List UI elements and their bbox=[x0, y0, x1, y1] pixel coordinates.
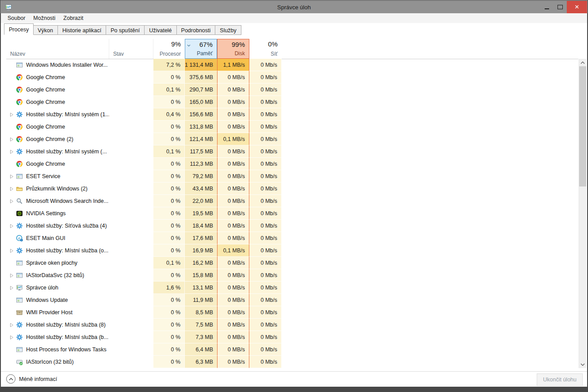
maximize-button[interactable] bbox=[554, 1, 567, 13]
tab-po-spusteni[interactable]: Po spuštění bbox=[106, 25, 145, 35]
process-row[interactable]: Host Process for Windows Tasks0 %6,4 MB0… bbox=[6, 343, 578, 356]
vertical-scrollbar[interactable] bbox=[579, 59, 586, 368]
tab-historie-aplikaci[interactable]: Historie aplikací bbox=[58, 25, 106, 35]
net-value-cell: 0 Mb/s bbox=[249, 356, 282, 368]
process-name: Hostitel služby: Místní služba (8) bbox=[26, 322, 106, 328]
process-name-cell: Google Chrome bbox=[6, 121, 109, 133]
process-row[interactable]: Hostitel služby: Místní systém (1...0,4 … bbox=[6, 108, 578, 121]
process-row[interactable]: Google Chrome0 %165,0 MB0 MB/s0 Mb/s bbox=[6, 96, 578, 108]
process-name: WMI Provider Host bbox=[26, 309, 73, 316]
row-filler bbox=[282, 220, 578, 232]
row-filler bbox=[282, 170, 578, 183]
expand-arrow-icon[interactable] bbox=[10, 249, 16, 253]
table-header: Název Stav 9% Procesor 67% Paměť 99% Dis… bbox=[6, 39, 578, 59]
process-row[interactable]: Google Chrome0 %112,3 MB0 MB/s0 Mb/s bbox=[6, 158, 578, 170]
maximize-icon bbox=[557, 5, 563, 9]
menubar: SouborMožnostiZobrazit bbox=[1, 13, 587, 23]
expand-arrow-icon[interactable] bbox=[10, 335, 16, 339]
process-row[interactable]: eiESET Main GUI0 %17,6 MB0 MB/s0 Mb/s bbox=[6, 232, 578, 244]
process-row[interactable]: IAStorIcon (32 bitů)0 %6,3 MB0 MB/s0 Mb/… bbox=[6, 356, 578, 368]
process-row[interactable]: IAStorDataSvc (32 bitů)0 %15,8 MB0 MB/s0… bbox=[6, 269, 578, 282]
row-filler bbox=[282, 195, 578, 207]
process-row[interactable]: ESET Service0 %79,2 MB0 MB/s0 Mb/s bbox=[6, 170, 578, 183]
chrome-icon bbox=[16, 86, 23, 93]
search-icon bbox=[16, 198, 23, 205]
expand-arrow-icon[interactable] bbox=[10, 286, 16, 290]
end-task-button[interactable]: Ukončit úlohu bbox=[537, 373, 583, 386]
disk-value-cell: 0 MB/s bbox=[217, 232, 249, 244]
process-row[interactable]: Hostitel služby: Místní služba (o...0 %1… bbox=[6, 244, 578, 257]
process-row[interactable]: NVIDIA Settings0 %19,5 MB0 MB/s0 Mb/s bbox=[6, 207, 578, 220]
process-row[interactable]: Google Chrome0 %375,6 MB0 MB/s0 Mb/s bbox=[6, 71, 578, 84]
column-header-memory[interactable]: 67% Paměť bbox=[185, 39, 217, 59]
disk-total-percent: 99% bbox=[232, 41, 245, 48]
chrome-icon bbox=[16, 123, 23, 130]
expand-arrow-icon[interactable] bbox=[10, 113, 16, 117]
disk-value-cell: 0 MB/s bbox=[217, 71, 249, 84]
scrollbar-thumb[interactable] bbox=[579, 66, 586, 186]
process-row[interactable]: Hostitel služby: Síťová služba (4)0 %18,… bbox=[6, 220, 578, 232]
status-cell bbox=[109, 220, 153, 232]
titlebar[interactable]: Správce úloh × bbox=[0, 0, 588, 13]
net-value-cell: 0 Mb/s bbox=[249, 331, 282, 343]
column-header-network[interactable]: 0% Síť bbox=[249, 39, 282, 59]
process-row[interactable]: Správce úloh1,6 %13,1 MB0 MB/s0 Mb/s bbox=[6, 282, 578, 294]
disk-value-cell: 0 MB/s bbox=[217, 108, 249, 121]
tab-sluzby[interactable]: Služby bbox=[215, 25, 241, 35]
process-row[interactable]: Windows Modules Installer Wor...7,2 %1 1… bbox=[6, 59, 578, 71]
cpu-total-percent: 9% bbox=[171, 40, 181, 48]
expand-arrow-icon[interactable] bbox=[10, 323, 16, 327]
process-row[interactable]: WMI Provider Host0 %8,5 MB0 MB/s0 Mb/s bbox=[6, 306, 578, 319]
close-button[interactable]: × bbox=[567, 1, 587, 13]
process-name: Hostitel služby: Místní systém (... bbox=[26, 148, 107, 155]
disk-value-cell: 0 MB/s bbox=[217, 257, 249, 269]
menu-item[interactable]: Zobrazit bbox=[59, 14, 87, 23]
expand-arrow-icon[interactable] bbox=[10, 175, 16, 179]
process-row[interactable]: Windows Update0 %11,9 MB0 MB/s0 Mb/s bbox=[6, 294, 578, 306]
menu-item[interactable]: Možnosti bbox=[29, 14, 59, 23]
net-value-cell: 0 Mb/s bbox=[249, 183, 282, 195]
process-name-cell: Google Chrome bbox=[6, 71, 109, 84]
process-row[interactable]: Hostitel služby: Místní služba (8)0 %7,5… bbox=[6, 319, 578, 331]
cpu-value-cell: 0 % bbox=[153, 170, 185, 183]
process-name: Hostitel služby: Síťová služba (4) bbox=[26, 223, 107, 229]
process-row[interactable]: Google Chrome0 %131,8 MB0 MB/s0 Mb/s bbox=[6, 121, 578, 133]
expand-arrow-icon[interactable] bbox=[10, 199, 16, 203]
tab-vykon[interactable]: Výkon bbox=[33, 25, 58, 35]
scroll-down-button[interactable] bbox=[579, 361, 586, 368]
status-cell bbox=[109, 294, 153, 306]
process-name: Google Chrome bbox=[26, 99, 65, 105]
expand-arrow-icon[interactable] bbox=[10, 150, 16, 154]
tab-uzivatele[interactable]: Uživatelé bbox=[145, 25, 176, 35]
window-app-icon bbox=[16, 61, 23, 69]
row-filler bbox=[282, 331, 578, 343]
process-name-cell: IAStorIcon (32 bitů) bbox=[6, 356, 109, 368]
process-row[interactable]: Microsoft Windows Search Inde...0 %22,0 … bbox=[6, 195, 578, 207]
less-details-button[interactable]: Méně informací bbox=[6, 374, 57, 384]
expand-arrow-icon[interactable] bbox=[10, 224, 16, 228]
process-row[interactable]: Google Chrome (2)0 %121,4 MB0,1 MB/s0 Mb… bbox=[6, 133, 578, 145]
column-header-name[interactable]: Název bbox=[6, 39, 109, 59]
process-row[interactable]: Hostitel služby: Místní služba (b...0 %7… bbox=[6, 331, 578, 343]
row-filler bbox=[282, 343, 578, 356]
process-name: NVIDIA Settings bbox=[26, 210, 66, 217]
mem-value-cell: 15,8 MB bbox=[185, 269, 217, 282]
column-header-disk[interactable]: 99% Disk bbox=[217, 39, 249, 59]
expand-arrow-icon[interactable] bbox=[10, 187, 16, 191]
scroll-up-button[interactable] bbox=[579, 59, 586, 66]
menu-item[interactable]: Soubor bbox=[4, 14, 29, 23]
tab-podrobnosti[interactable]: Podrobnosti bbox=[177, 25, 216, 35]
process-row[interactable]: Průzkumník Windows (2)0 %43,4 MB0 MB/s0 … bbox=[6, 183, 578, 195]
column-header-cpu[interactable]: 9% Procesor bbox=[153, 39, 185, 59]
column-header-status[interactable]: Stav bbox=[109, 39, 153, 59]
process-row[interactable]: Hostitel služby: Místní systém (...0,1 %… bbox=[6, 145, 578, 158]
expand-arrow-icon[interactable] bbox=[10, 137, 16, 141]
row-filler bbox=[282, 71, 578, 84]
process-name: ESET Main GUI bbox=[26, 235, 65, 241]
expand-arrow-icon[interactable] bbox=[10, 274, 16, 278]
process-row[interactable]: Správce oken plochy0,1 %16,2 MB0 MB/s0 M… bbox=[6, 257, 578, 269]
process-row[interactable]: Google Chrome0,1 %290,7 MB0 MB/s0 Mb/s bbox=[6, 84, 578, 96]
minimize-button[interactable] bbox=[540, 1, 554, 13]
disk-value-cell: 0 MB/s bbox=[217, 356, 249, 368]
tab-procesy[interactable]: Procesy bbox=[4, 23, 34, 35]
